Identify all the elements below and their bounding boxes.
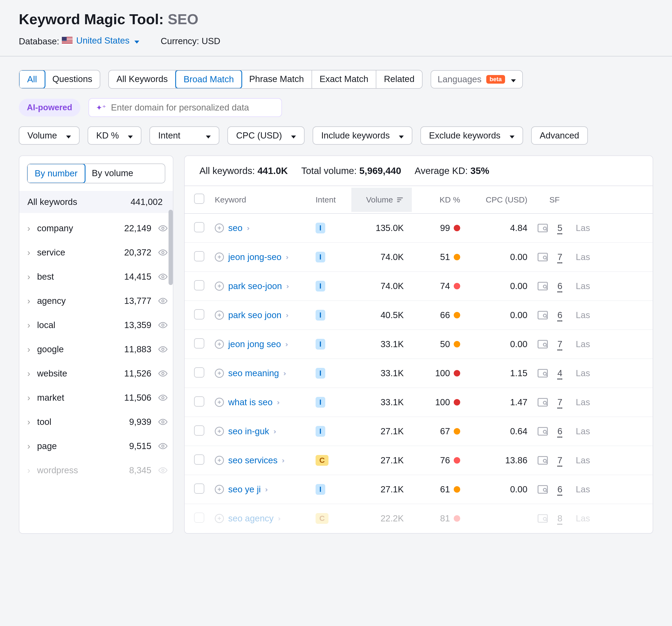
domain-input-wrapper[interactable]: ✦⁺ (89, 98, 282, 117)
row-checkbox[interactable] (194, 222, 204, 232)
tab-all[interactable]: All (19, 70, 45, 89)
sidebar-group-item[interactable]: › best 14,415 (19, 264, 173, 289)
row-checkbox[interactable] (194, 484, 204, 494)
chevron-double-right-icon[interactable]: ›› (273, 427, 274, 436)
eye-icon[interactable] (158, 321, 167, 330)
eye-icon[interactable] (158, 393, 167, 402)
serp-features-count[interactable]: 7 (557, 252, 562, 262)
sidebar-group-item[interactable]: › service 20,372 (19, 240, 173, 264)
serp-preview-icon[interactable] (537, 514, 548, 523)
cpc-filter[interactable]: CPC (USD) (227, 126, 305, 145)
include-keywords-filter[interactable]: Include keywords (313, 126, 412, 145)
sidebar-group-item[interactable]: › agency 13,777 (19, 289, 173, 313)
add-keyword-icon[interactable]: + (215, 485, 224, 494)
sidebar-sort-toggle[interactable]: By number By volume (27, 163, 165, 183)
serp-preview-icon[interactable] (537, 369, 548, 377)
serp-features-count[interactable]: 6 (557, 310, 562, 320)
volume-filter[interactable]: Volume (19, 126, 79, 145)
intent-filter[interactable]: Intent (149, 126, 219, 145)
chevron-double-right-icon[interactable]: ›› (278, 514, 279, 523)
row-checkbox[interactable] (194, 338, 204, 348)
serp-features-count[interactable]: 7 (557, 397, 562, 408)
add-keyword-icon[interactable]: + (215, 310, 224, 320)
chevron-double-right-icon[interactable]: ›› (286, 282, 287, 291)
serp-preview-icon[interactable] (537, 485, 548, 494)
chevron-double-right-icon[interactable]: ›› (286, 311, 287, 320)
keyword-link[interactable]: seo ye ji (228, 484, 261, 494)
tab-phrase-match[interactable]: Phrase Match (242, 70, 312, 88)
eye-icon[interactable] (158, 272, 167, 281)
keyword-link[interactable]: seo in-guk (228, 426, 269, 436)
chevron-double-right-icon[interactable]: ›› (285, 340, 286, 348)
tab-all-keywords[interactable]: All Keywords (109, 70, 176, 88)
add-keyword-icon[interactable]: + (215, 340, 224, 349)
add-keyword-icon[interactable]: + (215, 253, 224, 262)
row-checkbox[interactable] (194, 367, 204, 377)
add-keyword-icon[interactable]: + (215, 224, 224, 233)
col-intent[interactable]: Intent (312, 188, 351, 212)
select-all-checkbox[interactable] (194, 193, 204, 204)
exclude-keywords-filter[interactable]: Exclude keywords (421, 126, 523, 145)
database-selector[interactable]: Database: United States (19, 36, 139, 47)
domain-input[interactable] (111, 102, 274, 113)
chevron-double-right-icon[interactable]: ›› (277, 398, 278, 407)
chevron-double-right-icon[interactable]: ›› (286, 253, 287, 261)
question-filter-toggle[interactable]: All Questions (19, 70, 100, 89)
sidebar-group-item[interactable]: › market 11,506 (19, 386, 173, 410)
row-checkbox[interactable] (194, 280, 204, 291)
serp-features-count[interactable]: 7 (557, 339, 562, 349)
serp-preview-icon[interactable] (537, 311, 548, 320)
sidebar-all-keywords[interactable]: All keywords441,002 (19, 191, 173, 213)
eye-icon[interactable] (158, 345, 167, 354)
eye-icon[interactable] (158, 296, 167, 305)
eye-icon[interactable] (158, 466, 167, 475)
serp-preview-icon[interactable] (537, 282, 548, 291)
sort-by-volume[interactable]: By volume (85, 164, 140, 183)
advanced-filters[interactable]: Advanced (531, 126, 588, 145)
row-checkbox[interactable] (194, 396, 204, 407)
row-checkbox[interactable] (194, 309, 204, 320)
serp-features-count[interactable]: 6 (557, 281, 562, 291)
sidebar-group-item[interactable]: › local 13,359 (19, 313, 173, 337)
chevron-double-right-icon[interactable]: ›› (247, 224, 247, 232)
serp-preview-icon[interactable] (537, 398, 548, 407)
sidebar-group-item[interactable]: › tool 9,939 (19, 410, 173, 434)
keyword-link[interactable]: seo meaning (228, 368, 279, 378)
add-keyword-icon[interactable]: + (215, 281, 224, 291)
sidebar-scrollbar[interactable] (169, 210, 173, 285)
serp-preview-icon[interactable] (537, 340, 548, 348)
keyword-link[interactable]: seo services (228, 455, 278, 465)
serp-features-count[interactable]: 6 (557, 484, 562, 494)
row-checkbox[interactable] (194, 425, 204, 436)
col-sf[interactable]: SF (535, 188, 568, 212)
add-keyword-icon[interactable]: + (215, 398, 224, 407)
tab-exact-match[interactable]: Exact Match (312, 70, 377, 88)
keyword-link[interactable]: what is seo (228, 397, 272, 408)
tab-related[interactable]: Related (376, 70, 422, 88)
sidebar-group-item[interactable]: › company 22,149 (19, 216, 173, 240)
col-volume[interactable]: Volume (351, 188, 412, 212)
serp-preview-icon[interactable] (537, 253, 548, 261)
row-checkbox[interactable] (194, 251, 204, 261)
keyword-link[interactable]: seo (228, 223, 242, 233)
sidebar-group-item[interactable]: › google 11,883 (19, 337, 173, 362)
languages-dropdown[interactable]: Languages beta (431, 70, 523, 89)
add-keyword-icon[interactable]: + (215, 514, 224, 523)
col-keyword[interactable]: Keyword (212, 188, 312, 212)
serp-features-count[interactable]: 5 (557, 223, 562, 233)
kd-filter[interactable]: KD % (88, 126, 141, 145)
chevron-double-right-icon[interactable]: ›› (265, 485, 266, 494)
serp-features-count[interactable]: 8 (557, 513, 562, 524)
eye-icon[interactable] (158, 442, 167, 451)
keyword-link[interactable]: seo agency (228, 513, 274, 524)
chevron-double-right-icon[interactable]: ›› (283, 369, 284, 377)
match-type-toggle[interactable]: All Keywords Broad Match Phrase Match Ex… (108, 70, 423, 89)
eye-icon[interactable] (158, 248, 167, 257)
sidebar-group-item[interactable]: › website 11,526 (19, 362, 173, 386)
serp-preview-icon[interactable] (537, 456, 548, 465)
row-checkbox[interactable] (194, 512, 204, 523)
keyword-link[interactable]: park seo joon (228, 310, 282, 320)
chevron-double-right-icon[interactable]: ›› (282, 456, 283, 465)
eye-icon[interactable] (158, 417, 167, 426)
serp-features-count[interactable]: 4 (557, 368, 562, 378)
